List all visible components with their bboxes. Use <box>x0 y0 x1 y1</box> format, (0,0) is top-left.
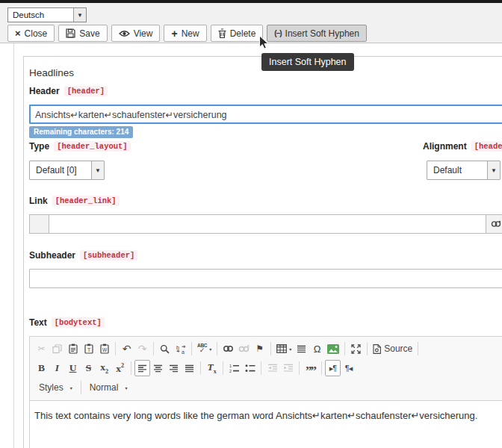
align-justify-button[interactable] <box>182 360 197 376</box>
italic-button[interactable]: I <box>49 360 65 376</box>
link-button[interactable] <box>220 340 236 357</box>
bold-button[interactable]: B <box>34 360 49 376</box>
subscript-button[interactable]: x2 <box>96 360 112 376</box>
toolbar-separator <box>261 361 261 375</box>
chevron-down-icon: ▾ <box>125 385 127 391</box>
toolbar-separator <box>115 342 116 355</box>
delete-button-label: Delete <box>230 28 256 39</box>
type-select-value: Default [0] <box>30 165 91 175</box>
doc-header-buttons: × Close Save View + New <box>7 25 367 42</box>
eye-icon <box>119 30 130 37</box>
link-input-group <box>29 214 502 234</box>
cut-button: ✂ <box>34 340 49 357</box>
align-right-button[interactable] <box>166 360 182 376</box>
language-select[interactable]: Deutsch ▼ <box>7 7 87 22</box>
alignment-select[interactable]: Default ▼ <box>427 161 501 180</box>
rte-toolbar-row3: Styles ▾ Normal ▾ <box>34 378 502 397</box>
header-input[interactable] <box>29 105 502 124</box>
view-button-label: View <box>134 28 153 39</box>
save-button[interactable]: Save <box>58 25 107 42</box>
ordered-list-button[interactable]: 12 <box>226 360 242 376</box>
link-label-text: Link <box>29 196 48 206</box>
chevron-down-icon: ▼ <box>91 161 104 179</box>
type-label-text: Type <box>29 141 49 152</box>
paste-button[interactable] <box>65 340 81 357</box>
format-dropdown[interactable]: Normal ▾ <box>84 379 133 396</box>
close-button[interactable]: × Close <box>7 25 55 42</box>
tooltip: Insert Soft Hyphen <box>261 53 354 71</box>
rtl-button[interactable]: ¶◂ <box>341 360 356 376</box>
horizontal-line-button[interactable] <box>294 340 309 357</box>
new-button-label: New <box>182 28 199 39</box>
underline-button[interactable]: U <box>65 360 81 376</box>
toolbar-separator <box>321 361 322 375</box>
toolbar-separator <box>81 381 81 394</box>
align-left-button[interactable] <box>134 360 150 376</box>
header-label-text: Header <box>29 86 60 96</box>
unlink-button <box>236 340 252 357</box>
rte-toolbar: ✂TW↶↷baABC✓▾⚑▾ΩSource BIUSx2x2Tx12””▸¶¶◂… <box>30 337 502 401</box>
bodytext-label-text: Text <box>29 317 47 328</box>
rte-toolbar-row2: BIUSx2x2Tx12””▸¶¶◂ <box>34 358 502 378</box>
source-button[interactable]: Source <box>371 340 415 357</box>
view-button[interactable]: View <box>111 25 161 42</box>
copy-button <box>49 340 65 357</box>
maximize-button[interactable] <box>348 340 364 357</box>
subheader-code: [subheader] <box>80 250 137 261</box>
link-addon <box>29 214 49 234</box>
bullet-list-button[interactable] <box>242 360 258 376</box>
replace-button[interactable]: ba <box>173 340 188 357</box>
language-select-value: Deutsch <box>8 10 73 19</box>
close-icon: × <box>15 28 21 38</box>
remove-format-button[interactable]: Tx <box>204 360 220 376</box>
insert-soft-hyphen-button[interactable]: (–) Insert Soft Hyphen <box>267 25 367 42</box>
rte-content[interactable]: This text contains very long words like … <box>30 401 502 448</box>
link-browser-button[interactable] <box>486 214 502 234</box>
spellcheck-button[interactable]: ABC✓▾ <box>195 340 214 357</box>
align-center-button[interactable] <box>150 360 166 376</box>
svg-text:W: W <box>102 347 107 352</box>
close-button-label: Close <box>25 28 48 39</box>
table-button[interactable]: ▾ <box>274 340 294 357</box>
tooltip-text: Insert Soft Hyphen <box>269 57 347 67</box>
blockquote-button[interactable]: ”” <box>303 360 318 376</box>
image-button[interactable] <box>325 340 341 357</box>
toolbar-separator <box>270 342 271 355</box>
svg-text:1: 1 <box>229 364 232 368</box>
chevron-down-icon: ▼ <box>487 161 500 179</box>
save-button-label: Save <box>79 28 99 39</box>
subheader-input[interactable] <box>29 269 502 288</box>
superscript-button[interactable]: x2 <box>112 360 128 376</box>
new-button[interactable]: + New <box>164 25 206 42</box>
section-title: Headlines <box>29 67 74 78</box>
alignment-select-value: Default <box>427 165 487 175</box>
undo-button[interactable]: ↶ <box>119 340 134 357</box>
styles-dropdown[interactable]: Styles ▾ <box>34 379 78 396</box>
svg-text:a: a <box>182 349 185 354</box>
delete-button[interactable]: Delete <box>211 25 264 42</box>
svg-text:T: T <box>87 346 90 353</box>
type-select[interactable]: Default [0] ▼ <box>29 161 105 180</box>
form-panel: Headlines Header [header] Remaining char… <box>23 56 502 448</box>
toolbar-separator <box>200 361 201 375</box>
outdent-button <box>264 360 280 376</box>
toolbar-separator <box>367 342 368 355</box>
anchor-button[interactable]: ⚑ <box>252 340 267 357</box>
bodytext-label: Text [bodytext] <box>29 317 105 328</box>
find-button[interactable] <box>157 340 173 357</box>
save-icon <box>66 28 75 38</box>
subheader-label: Subheader [subheader] <box>29 250 137 261</box>
strike-button[interactable]: S <box>81 360 96 376</box>
left-divider <box>13 43 14 448</box>
alignment-label: Alignment [header_position] <box>423 141 502 152</box>
toolbar-separator <box>344 342 345 355</box>
ltr-button[interactable]: ▸¶ <box>325 360 341 376</box>
special-char-button[interactable]: Ω <box>309 340 325 357</box>
source-button-label: Source <box>384 343 412 354</box>
paste-word-button[interactable]: W <box>96 340 112 357</box>
header-code: [header] <box>64 86 108 96</box>
link-input[interactable] <box>49 214 486 234</box>
alignment-label-text: Alignment <box>423 141 467 152</box>
format-dropdown-label: Normal <box>90 382 119 393</box>
paste-text-button[interactable]: T <box>81 340 96 357</box>
